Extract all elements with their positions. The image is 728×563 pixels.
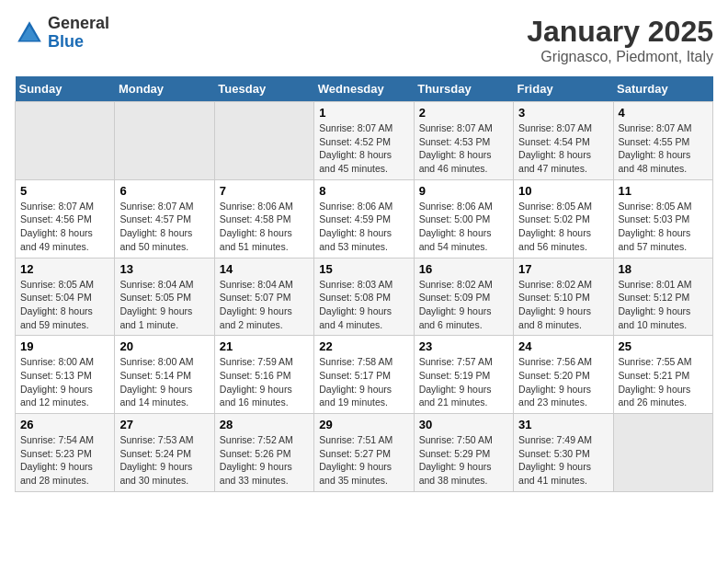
day-number: 26 [20,418,109,431]
calendar-cell: 1Sunrise: 8:07 AM Sunset: 4:52 PM Daylig… [314,102,414,180]
day-number: 22 [319,339,408,353]
day-info: Sunrise: 8:05 AM Sunset: 5:03 PM Dayligh… [619,200,708,254]
calendar-cell: 21Sunrise: 7:59 AM Sunset: 5:16 PM Dayli… [214,336,313,414]
calendar-week-row: 5Sunrise: 8:07 AM Sunset: 4:56 PM Daylig… [16,179,713,258]
calendar-cell: 12Sunrise: 8:05 AM Sunset: 5:04 PM Dayli… [16,258,115,336]
logo: General Blue [15,15,109,52]
day-number: 1 [319,106,408,120]
weekday-header: Thursday [414,76,513,102]
day-info: Sunrise: 8:04 AM Sunset: 5:07 PM Dayligh… [220,278,309,332]
calendar-cell [613,414,712,492]
calendar-cell: 14Sunrise: 8:04 AM Sunset: 5:07 PM Dayli… [214,258,313,336]
day-info: Sunrise: 8:05 AM Sunset: 5:04 PM Dayligh… [20,278,109,332]
day-info: Sunrise: 7:50 AM Sunset: 5:29 PM Dayligh… [419,433,508,488]
day-info: Sunrise: 7:57 AM Sunset: 5:19 PM Dayligh… [419,355,508,409]
calendar-cell: 18Sunrise: 8:01 AM Sunset: 5:12 PM Dayli… [613,258,712,336]
day-number: 21 [220,339,309,353]
day-number: 30 [419,418,508,431]
calendar-cell: 25Sunrise: 7:55 AM Sunset: 5:21 PM Dayli… [613,336,712,414]
day-info: Sunrise: 8:04 AM Sunset: 5:05 PM Dayligh… [119,278,209,332]
calendar-table: SundayMondayTuesdayWednesdayThursdayFrid… [15,76,713,492]
day-number: 29 [319,418,408,431]
day-number: 28 [220,418,309,431]
weekday-header: Sunday [16,76,115,102]
day-number: 8 [319,184,408,198]
calendar-cell: 13Sunrise: 8:04 AM Sunset: 5:05 PM Dayli… [115,258,214,336]
calendar-cell: 3Sunrise: 8:07 AM Sunset: 4:54 PM Daylig… [514,102,613,180]
calendar-cell: 30Sunrise: 7:50 AM Sunset: 5:29 PM Dayli… [414,414,513,492]
day-info: Sunrise: 8:00 AM Sunset: 5:13 PM Dayligh… [20,355,109,409]
day-info: Sunrise: 8:05 AM Sunset: 5:02 PM Dayligh… [518,200,608,254]
day-number: 9 [419,184,508,198]
logo-general-text: General [48,14,109,32]
calendar-week-row: 12Sunrise: 8:05 AM Sunset: 5:04 PM Dayli… [16,258,713,336]
day-number: 18 [619,262,708,276]
day-info: Sunrise: 7:51 AM Sunset: 5:27 PM Dayligh… [319,433,408,488]
day-number: 19 [20,339,109,353]
main-title: January 2025 [527,15,713,49]
day-info: Sunrise: 8:07 AM Sunset: 4:54 PM Dayligh… [518,121,608,176]
title-area: January 2025 Grignasco, Piedmont, Italy [527,15,713,65]
calendar-cell: 9Sunrise: 8:06 AM Sunset: 5:00 PM Daylig… [414,179,513,258]
day-number: 25 [619,339,708,353]
day-info: Sunrise: 7:54 AM Sunset: 5:23 PM Dayligh… [20,433,109,488]
weekday-header: Monday [115,76,214,102]
day-number: 27 [119,418,209,431]
day-info: Sunrise: 8:02 AM Sunset: 5:10 PM Dayligh… [518,278,608,332]
calendar-cell: 16Sunrise: 8:02 AM Sunset: 5:09 PM Dayli… [414,258,513,336]
day-number: 6 [119,184,209,198]
day-number: 11 [619,184,708,198]
day-number: 16 [419,262,508,276]
day-info: Sunrise: 8:07 AM Sunset: 4:53 PM Dayligh… [419,121,508,176]
day-number: 12 [20,262,109,276]
calendar-cell: 11Sunrise: 8:05 AM Sunset: 5:03 PM Dayli… [613,179,712,258]
header: General Blue January 2025 Grignasco, Pie… [15,15,713,65]
calendar-week-row: 19Sunrise: 8:00 AM Sunset: 5:13 PM Dayli… [16,336,713,414]
weekday-header: Saturday [613,76,712,102]
day-info: Sunrise: 8:06 AM Sunset: 4:58 PM Dayligh… [220,200,309,254]
day-number: 10 [518,184,608,198]
weekday-header: Tuesday [214,76,313,102]
weekday-header: Friday [514,76,613,102]
day-info: Sunrise: 7:59 AM Sunset: 5:16 PM Dayligh… [220,355,309,409]
calendar-cell: 23Sunrise: 7:57 AM Sunset: 5:19 PM Dayli… [414,336,513,414]
calendar-week-row: 26Sunrise: 7:54 AM Sunset: 5:23 PM Dayli… [16,414,713,492]
calendar-cell [16,102,115,180]
day-number: 15 [319,262,408,276]
calendar-cell: 28Sunrise: 7:52 AM Sunset: 5:26 PM Dayli… [214,414,313,492]
day-number: 4 [619,106,708,120]
day-number: 2 [419,106,508,120]
day-number: 5 [20,184,109,198]
calendar-cell: 27Sunrise: 7:53 AM Sunset: 5:24 PM Dayli… [115,414,214,492]
day-number: 14 [220,262,309,276]
day-info: Sunrise: 8:07 AM Sunset: 4:52 PM Dayligh… [319,121,408,176]
day-number: 13 [119,262,209,276]
weekday-header: Wednesday [314,76,414,102]
calendar-cell: 29Sunrise: 7:51 AM Sunset: 5:27 PM Dayli… [314,414,414,492]
day-info: Sunrise: 8:00 AM Sunset: 5:14 PM Dayligh… [119,355,209,409]
subtitle: Grignasco, Piedmont, Italy [527,49,713,65]
calendar-cell [214,102,313,180]
calendar-cell: 24Sunrise: 7:56 AM Sunset: 5:20 PM Dayli… [514,336,613,414]
day-number: 23 [419,339,508,353]
logo-blue-text: Blue [48,32,84,51]
day-number: 3 [518,106,608,120]
day-info: Sunrise: 7:52 AM Sunset: 5:26 PM Dayligh… [220,433,309,488]
calendar-cell: 10Sunrise: 8:05 AM Sunset: 5:02 PM Dayli… [514,179,613,258]
day-info: Sunrise: 8:06 AM Sunset: 4:59 PM Dayligh… [319,200,408,254]
day-info: Sunrise: 8:07 AM Sunset: 4:55 PM Dayligh… [619,121,708,176]
day-number: 24 [518,339,608,353]
day-number: 7 [220,184,309,198]
calendar-cell: 15Sunrise: 8:03 AM Sunset: 5:08 PM Dayli… [314,258,414,336]
day-info: Sunrise: 8:01 AM Sunset: 5:12 PM Dayligh… [619,278,708,332]
day-info: Sunrise: 8:02 AM Sunset: 5:09 PM Dayligh… [419,278,508,332]
calendar-week-row: 1Sunrise: 8:07 AM Sunset: 4:52 PM Daylig… [16,102,713,180]
calendar-cell: 26Sunrise: 7:54 AM Sunset: 5:23 PM Dayli… [16,414,115,492]
calendar-cell: 4Sunrise: 8:07 AM Sunset: 4:55 PM Daylig… [613,102,712,180]
calendar-cell: 22Sunrise: 7:58 AM Sunset: 5:17 PM Dayli… [314,336,414,414]
calendar-cell: 8Sunrise: 8:06 AM Sunset: 4:59 PM Daylig… [314,179,414,258]
logo-icon [15,18,44,48]
day-info: Sunrise: 8:06 AM Sunset: 5:00 PM Dayligh… [419,200,508,254]
calendar-cell: 7Sunrise: 8:06 AM Sunset: 4:58 PM Daylig… [214,179,313,258]
day-info: Sunrise: 7:49 AM Sunset: 5:30 PM Dayligh… [518,433,608,488]
